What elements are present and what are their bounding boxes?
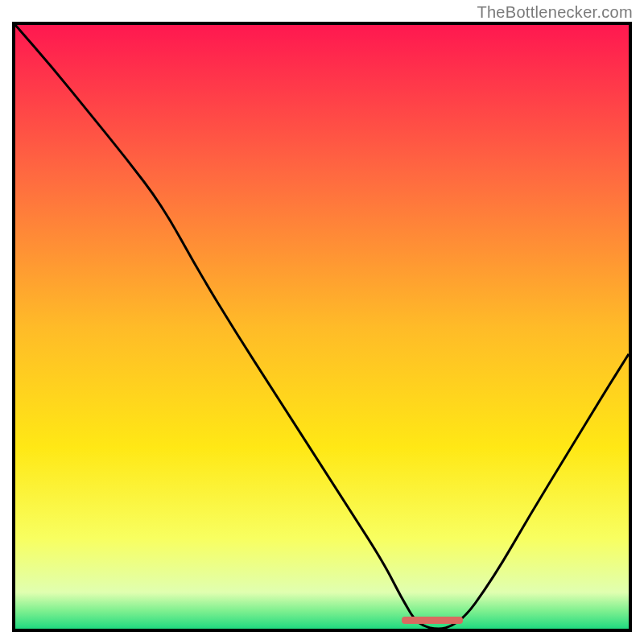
chart-frame (12, 22, 632, 632)
bottleneck-curve (15, 25, 629, 629)
optimal-range-marker (402, 617, 463, 624)
watermark-text: TheBottlenecker.com (477, 3, 633, 22)
